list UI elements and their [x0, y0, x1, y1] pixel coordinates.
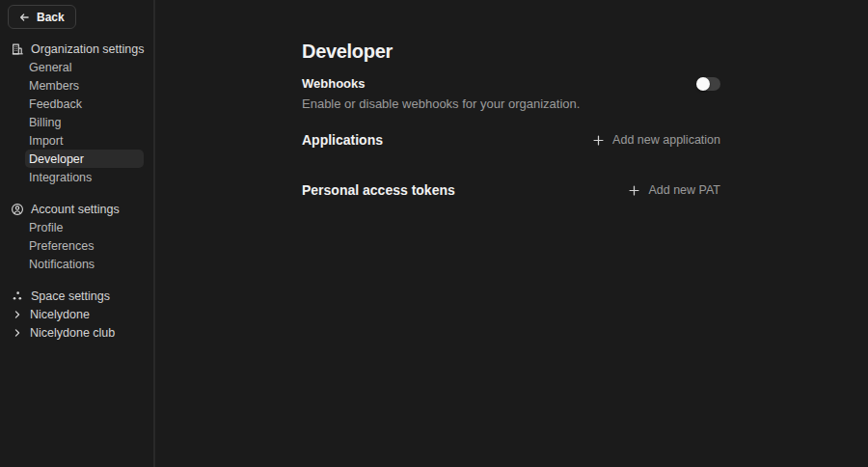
applications-section: Applications Add new application — [302, 132, 720, 148]
sidebar-item-billing[interactable]: Billing — [25, 113, 144, 131]
sidebar-item-general[interactable]: General — [25, 58, 144, 76]
sidebar-item-nicelydone[interactable]: Nicelydone — [8, 305, 153, 323]
chevron-right-icon — [13, 309, 22, 320]
pat-title: Personal access tokens — [302, 182, 455, 198]
user-circle-icon — [10, 202, 24, 216]
sidebar-item-preferences[interactable]: Preferences — [25, 236, 144, 255]
plus-icon — [627, 183, 641, 198]
applications-title: Applications — [302, 132, 383, 148]
add-new-pat-button[interactable]: Add new PAT — [627, 183, 720, 198]
personal-access-tokens-section: Personal access tokens Add new PAT — [302, 182, 720, 198]
sidebar-section-organization-settings: Organization settings — [8, 40, 153, 58]
toggle-knob — [696, 77, 710, 91]
add-new-pat-label: Add new PAT — [648, 183, 720, 197]
sidebar-item-nicelydone-club[interactable]: Nicelydone club — [8, 323, 153, 342]
plus-icon — [591, 133, 606, 148]
add-new-application-button[interactable]: Add new application — [591, 133, 720, 148]
sidebar: Back Organization settings General Membe… — [0, 0, 155, 467]
sidebar-item-profile[interactable]: Profile — [25, 218, 144, 236]
arrow-left-icon — [16, 10, 31, 24]
webhooks-title: Webhooks — [302, 76, 366, 91]
sidebar-item-notifications[interactable]: Notifications — [25, 255, 144, 273]
sidebar-nav: Organization settings General Members Fe… — [8, 40, 153, 342]
sidebar-item-feedback[interactable]: Feedback — [25, 95, 144, 113]
back-button[interactable]: Back — [8, 5, 76, 29]
page-title: Developer — [302, 41, 720, 63]
webhooks-description: Enable or disable webhooks for your orga… — [302, 96, 720, 111]
sidebar-section-account-settings: Account settings — [8, 200, 153, 218]
section-label: Organization settings — [31, 42, 144, 56]
main-content: Developer Webhooks Enable or disable web… — [302, 0, 720, 198]
section-label: Space settings — [31, 289, 110, 303]
webhooks-toggle[interactable] — [696, 77, 720, 91]
sidebar-item-integrations[interactable]: Integrations — [25, 168, 144, 186]
back-button-label: Back — [37, 11, 65, 24]
chevron-right-icon — [13, 327, 22, 339]
building-icon — [10, 41, 24, 56]
sidebar-item-import[interactable]: Import — [25, 131, 144, 150]
dots-cluster-icon — [10, 288, 24, 303]
section-label: Account settings — [31, 203, 120, 216]
add-new-application-label: Add new application — [612, 133, 720, 147]
sidebar-item-members[interactable]: Members — [25, 76, 144, 95]
webhooks-section: Webhooks Enable or disable webhooks for … — [302, 76, 720, 111]
sidebar-section-space-settings: Space settings — [8, 287, 153, 305]
sidebar-item-developer[interactable]: Developer — [25, 150, 144, 168]
